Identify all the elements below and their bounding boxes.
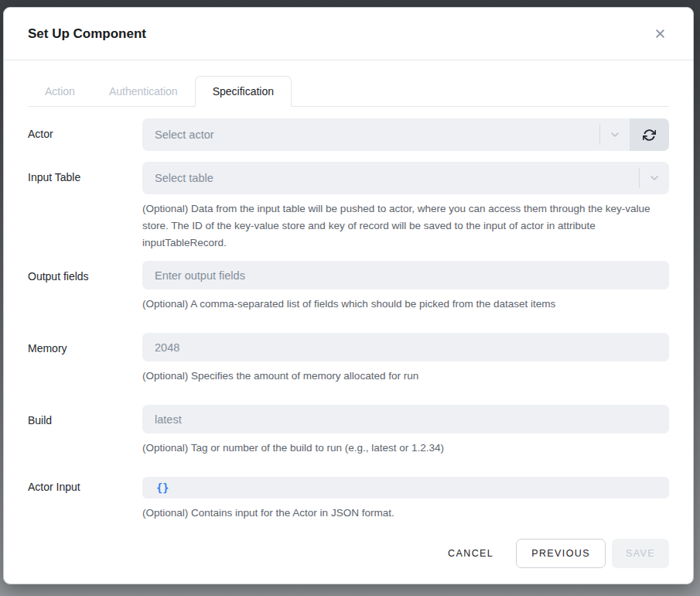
refresh-icon: [643, 128, 656, 142]
tab-authentication[interactable]: Authentication: [92, 76, 195, 106]
actor-select-placeholder: Select actor: [155, 128, 214, 141]
build-label: Build: [28, 405, 142, 457]
modal-title: Set Up Component: [28, 26, 146, 42]
tab-action[interactable]: Action: [28, 76, 92, 106]
refresh-actors-button[interactable]: [630, 118, 669, 151]
specification-form: Actor Select actor: [4, 107, 693, 539]
input-table-select-placeholder: Select table: [155, 172, 213, 184]
build-input[interactable]: [142, 405, 669, 433]
close-icon: [654, 28, 666, 39]
chevron-down-icon: [599, 125, 630, 145]
memory-label: Memory: [28, 333, 142, 385]
setup-component-modal: Set Up Component Action Authentication S…: [3, 7, 694, 584]
modal-header: Set Up Component: [4, 8, 693, 60]
actor-input-label: Actor Input: [28, 477, 142, 522]
build-help-text: (Optional) Tag or number of the build to…: [142, 440, 669, 457]
chevron-down-icon: [639, 168, 669, 188]
output-fields-input[interactable]: [142, 261, 669, 289]
memory-row: Memory (Optional) Specifies the amount o…: [28, 333, 669, 385]
output-fields-label: Output fields: [28, 261, 142, 313]
actor-label: Actor: [28, 118, 142, 151]
actor-input-json-editor[interactable]: {}: [142, 477, 669, 498]
output-fields-help-text: (Optional) A comma-separated list of fie…: [142, 296, 669, 313]
actor-input-row: Actor Input {} (Optional) Contains input…: [28, 477, 669, 522]
input-table-row: Input Table Select table (Optional) Data…: [28, 162, 669, 252]
actor-select-group: Select actor: [142, 118, 669, 151]
close-button[interactable]: [651, 25, 669, 43]
tab-bar: Action Authentication Specification: [28, 76, 669, 107]
output-fields-row: Output fields (Optional) A comma-separat…: [28, 261, 669, 313]
memory-input[interactable]: [142, 333, 669, 361]
cancel-button[interactable]: CANCEL: [434, 539, 507, 568]
actor-select[interactable]: Select actor: [142, 118, 630, 151]
build-row: Build (Optional) Tag or number of the bu…: [28, 405, 669, 457]
input-table-select[interactable]: Select table: [142, 162, 669, 194]
input-table-label: Input Table: [28, 162, 142, 252]
save-button[interactable]: SAVE: [612, 539, 669, 568]
modal-footer: CANCEL PREVIOUS SAVE: [4, 539, 693, 584]
actor-row: Actor Select actor: [28, 118, 669, 151]
input-table-help-text: (Optional) Data from the input table wil…: [142, 200, 669, 252]
actor-input-help-text: (Optional) Contains input for the Actor …: [142, 505, 669, 522]
previous-button[interactable]: PREVIOUS: [516, 539, 606, 568]
memory-help-text: (Optional) Specifies the amount of memor…: [142, 368, 669, 385]
tab-specification[interactable]: Specification: [195, 76, 292, 107]
